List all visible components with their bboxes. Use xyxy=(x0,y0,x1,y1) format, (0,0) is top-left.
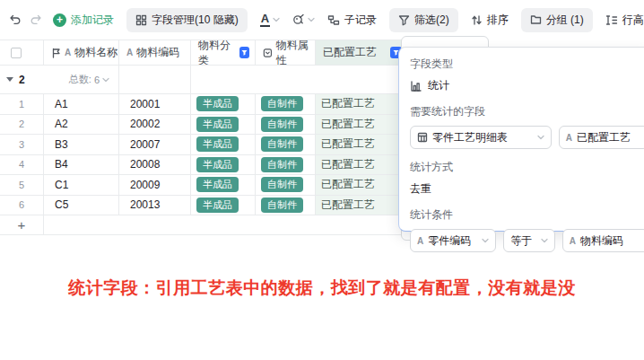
row-number: 2 xyxy=(0,115,44,135)
select-all-cell[interactable] xyxy=(0,40,44,65)
cell-material-category[interactable]: 半成品 xyxy=(191,175,256,195)
table-row[interactable]: 2 A2 20002 半成品 自制件 已配置工艺 xyxy=(0,115,408,136)
cell-material-name[interactable]: B3 xyxy=(44,135,119,154)
sub-record-button[interactable]: 子记录 xyxy=(327,13,377,28)
table-row[interactable]: 4 B4 20008 半成品 自制件 已配置工艺 xyxy=(0,155,408,176)
cell-material-attr[interactable]: 自制件 xyxy=(256,196,316,215)
cell-process-status[interactable]: 已配置工艺 xyxy=(316,155,408,175)
filter-button[interactable]: 筛选(2) xyxy=(389,8,458,32)
select-all-checkbox[interactable] xyxy=(11,48,22,58)
cell-material-attr[interactable]: 自制件 xyxy=(256,155,316,175)
cell-material-code[interactable]: 20007 xyxy=(119,135,191,154)
table-row[interactable]: 1 A1 20001 半成品 自制件 已配置工艺 xyxy=(0,94,408,115)
field-config-popup: 字段类型 统计 需要统计的字段 零件工艺明细表 A 已配置工艺 统计方式 去重 … xyxy=(398,47,644,232)
field-type-select[interactable]: 统计 xyxy=(410,78,644,93)
cell-material-attr[interactable]: 自制件 xyxy=(256,175,316,195)
cell-process-status[interactable]: 已配置工艺 xyxy=(316,175,408,195)
add-row[interactable]: + xyxy=(0,215,408,235)
row-height-icon xyxy=(605,14,618,26)
cell-material-category[interactable]: 半成品 xyxy=(191,135,256,154)
table-row[interactable]: 6 C5 20013 半成品 自制件 已配置工艺 xyxy=(0,196,408,216)
sort-button[interactable]: 排序 xyxy=(471,13,509,28)
toolbar: + 添加记录 字段管理(10 隐藏) A 子记录 筛选(2) 排序 xyxy=(0,0,644,40)
attr-badge: 自制件 xyxy=(261,177,303,192)
plus-icon: + xyxy=(53,13,66,27)
attr-badge: 自制件 xyxy=(261,117,303,132)
filter-label: 筛选(2) xyxy=(414,13,449,28)
column-label: 物料编码 xyxy=(136,45,179,60)
cell-material-name[interactable]: A1 xyxy=(44,94,119,114)
cell-material-code[interactable]: 20008 xyxy=(119,155,191,175)
column-header-name[interactable]: A 物料名称 xyxy=(44,40,119,65)
cell-process-status[interactable]: 已配置工艺 xyxy=(316,196,408,215)
cell-material-name[interactable]: B4 xyxy=(44,155,119,175)
method-select[interactable]: 去重 xyxy=(410,181,644,197)
cell-material-attr[interactable]: 自制件 xyxy=(256,94,316,114)
annotation-text: 统计字段：引用工艺表中的数据，找到了就是有配置，没有就是没 xyxy=(0,277,644,300)
group-label: 分组 (1) xyxy=(546,13,584,28)
group-summary[interactable]: 总数: 6 xyxy=(44,66,119,93)
category-badge: 半成品 xyxy=(196,96,239,111)
column-filter-icon[interactable] xyxy=(239,47,249,58)
chevron-down-icon xyxy=(541,238,548,243)
row-number: 6 xyxy=(0,196,44,215)
cell-material-code[interactable]: 20002 xyxy=(119,115,191,135)
cell-process-status[interactable]: 已配置工艺 xyxy=(316,94,408,114)
group-toggle[interactable]: 2 xyxy=(0,66,44,93)
table-row[interactable]: 5 C1 20009 半成品 自制件 已配置工艺 xyxy=(0,175,408,196)
sort-label: 排序 xyxy=(487,13,509,28)
cell-process-status[interactable]: 已配置工艺 xyxy=(316,115,408,135)
column-header-process[interactable]: 已配置工艺 xyxy=(316,40,408,65)
table-header: A 物料名称 A 物料编码 物料分类 物料属性 已配置工艺 xyxy=(0,40,408,66)
cell-material-category[interactable]: 半成品 xyxy=(191,196,256,215)
attr-badge: 自制件 xyxy=(261,96,303,111)
target-field-select[interactable]: A 已配置工艺 xyxy=(559,126,644,149)
cell-material-category[interactable]: 半成品 xyxy=(191,115,256,135)
cell-material-name[interactable]: A2 xyxy=(44,115,119,135)
row-number: 5 xyxy=(0,175,44,195)
row-number: 4 xyxy=(0,155,44,175)
target-field-value: 已配置工艺 xyxy=(577,130,631,145)
cell-material-name[interactable]: C1 xyxy=(44,175,119,195)
row-height-label: 行高 xyxy=(622,13,644,28)
paint-format-tool[interactable] xyxy=(292,13,315,26)
funnel-icon xyxy=(398,14,410,26)
table-row[interactable]: 3 B3 20007 半成品 自制件 已配置工艺 xyxy=(0,135,408,155)
cell-material-name[interactable]: C5 xyxy=(44,196,119,215)
category-badge: 半成品 xyxy=(196,157,239,172)
column-label: 物料名称 xyxy=(74,45,117,60)
cell-material-category[interactable]: 半成品 xyxy=(191,94,256,114)
condition-value-select[interactable]: A 物料编码 xyxy=(562,229,644,252)
cell-material-code[interactable]: 20013 xyxy=(119,196,191,215)
attr-badge: 自制件 xyxy=(261,157,303,172)
collapse-triangle-icon[interactable] xyxy=(6,77,13,82)
text-color-tool[interactable]: A xyxy=(260,13,280,27)
field-type-value: 统计 xyxy=(428,78,449,93)
column-header-code[interactable]: A 物料编码 xyxy=(119,40,191,65)
group-button[interactable]: 分组 (1) xyxy=(521,8,593,32)
text-field-icon: A xyxy=(570,236,576,246)
single-select-icon xyxy=(263,48,273,58)
redo-button[interactable] xyxy=(30,13,42,26)
add-record-button[interactable]: + 添加记录 xyxy=(53,13,114,28)
cell-material-category[interactable]: 半成品 xyxy=(191,155,256,175)
undo-icon xyxy=(9,13,22,26)
cell-process-status[interactable]: 已配置工艺 xyxy=(316,135,408,154)
condition-operator-select[interactable]: 等于 xyxy=(503,229,554,252)
chevron-down-icon xyxy=(273,17,280,22)
cell-material-attr[interactable]: 自制件 xyxy=(256,135,316,154)
condition-field-select[interactable]: A 零件编码 xyxy=(410,229,496,252)
group-header-row[interactable]: 2 总数: 6 xyxy=(0,66,408,94)
column-header-category[interactable]: 物料分类 xyxy=(191,40,256,65)
add-row-plus-icon[interactable]: + xyxy=(0,215,44,234)
cell-material-code[interactable]: 20001 xyxy=(119,94,191,114)
condition-value-value: 物料编码 xyxy=(580,233,623,249)
field-manage-button[interactable]: 字段管理(10 隐藏) xyxy=(126,8,248,32)
data-table: A 物料名称 A 物料编码 物料分类 物料属性 已配置工艺 xyxy=(0,40,408,235)
cell-material-code[interactable]: 20009 xyxy=(119,175,191,195)
cell-material-attr[interactable]: 自制件 xyxy=(256,115,316,135)
row-height-button[interactable]: 行高 xyxy=(605,13,644,28)
undo-button[interactable] xyxy=(9,13,22,26)
column-header-attr[interactable]: 物料属性 xyxy=(256,40,316,65)
target-table-select[interactable]: 零件工艺明细表 xyxy=(410,126,552,149)
